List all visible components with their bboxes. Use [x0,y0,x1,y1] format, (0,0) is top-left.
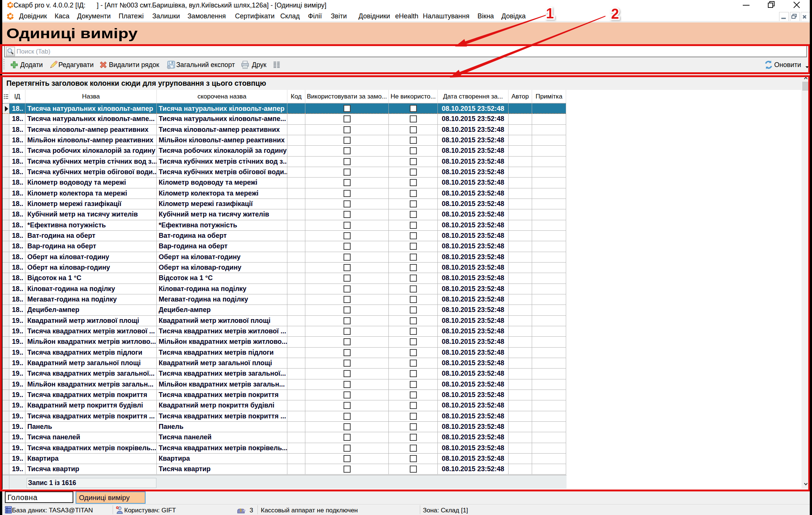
svg-text:1: 1 [546,6,554,21]
svg-text:2: 2 [611,6,619,22]
